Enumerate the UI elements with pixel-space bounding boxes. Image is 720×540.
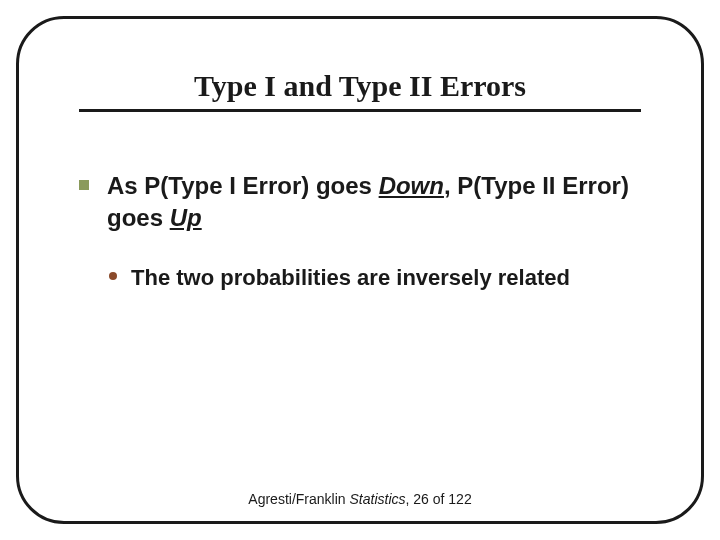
slide-footer: Agresti/Franklin Statistics, 26 of 122 [19, 491, 701, 507]
main-bullet-row: As P(Type I Error) goes Down, P(Type II … [79, 170, 641, 235]
bullet-pre: As P(Type I Error) goes [107, 172, 379, 199]
footer-pre: Agresti/Franklin [248, 491, 349, 507]
bullet-word-up: Up [170, 204, 202, 231]
footer-ital: Statistics [349, 491, 405, 507]
slide-title: Type I and Type II Errors [79, 69, 641, 112]
sub-bullet-row: The two probabilities are inversely rela… [109, 263, 641, 293]
main-bullet-text: As P(Type I Error) goes Down, P(Type II … [107, 170, 641, 235]
sub-bullet-text: The two probabilities are inversely rela… [131, 263, 570, 293]
footer-post: , 26 of 122 [406, 491, 472, 507]
dot-bullet-icon [109, 272, 117, 280]
square-bullet-icon [79, 180, 89, 190]
slide-frame: Type I and Type II Errors As P(Type I Er… [16, 16, 704, 524]
bullet-word-down: Down [379, 172, 444, 199]
